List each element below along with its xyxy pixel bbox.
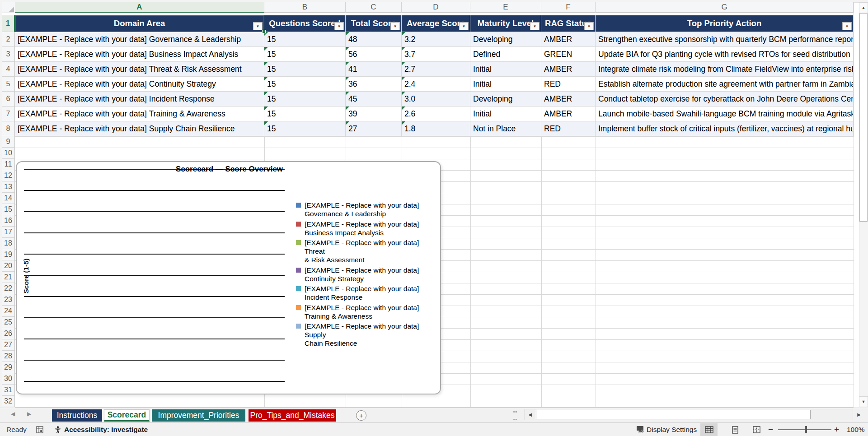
cell-F2[interactable]: AMBER [541,32,596,47]
cell-F6[interactable]: AMBER [541,92,596,107]
cell-C7[interactable]: 39 [346,107,402,121]
cell-G3[interactable]: Update BIA for Q3 planting cycle with re… [596,47,854,62]
cell-B7[interactable]: 15 [264,107,346,121]
header-cell-D1[interactable]: Average Score▼ [402,15,470,32]
cell-B5[interactable]: 15 [264,77,346,92]
fill-handle[interactable] [262,30,266,33]
row-header-25[interactable]: 25 [2,317,15,328]
filter-dropdown-icon[interactable]: ▼ [842,22,852,30]
vertical-scrollbar-thumb[interactable] [859,13,868,222]
header-cell-E1[interactable]: Maturity Level▼ [470,15,541,32]
tab-instructions[interactable]: Instructions [52,409,102,422]
cell-A6[interactable]: [EXAMPLE - Replace with your data] Incid… [15,92,264,107]
cell-F5[interactable]: RED [541,77,596,92]
cell-D5[interactable]: 2.4 [402,77,470,92]
zoom-level[interactable]: 100% [847,423,865,436]
row-header-15[interactable]: 15 [2,204,15,215]
cell-F8[interactable]: RED [541,121,596,136]
filter-dropdown-icon[interactable]: ▼ [390,22,400,30]
row-header-27[interactable]: 27 [2,339,15,351]
cell-F7[interactable]: AMBER [541,107,596,121]
row-header-19[interactable]: 19 [2,249,15,260]
cell-E6[interactable]: Developing [470,92,541,107]
column-header-B[interactable]: B [264,2,346,13]
cell-C8[interactable]: 27 [346,121,402,136]
scroll-down-icon[interactable]: ▼ [859,396,868,407]
cell-E2[interactable]: Developing [470,32,541,47]
cell-D3[interactable]: 3.7 [402,47,470,62]
tab-scroll-left-icon[interactable]: ◀ [11,411,15,417]
zoom-out-button[interactable]: − [768,423,773,436]
header-cell-B1[interactable]: Questions Scored▼ [264,15,346,32]
row-header-21[interactable]: 21 [2,272,15,283]
cell-C5[interactable]: 36 [346,77,402,92]
scroll-up-icon[interactable]: ▲ [859,2,868,13]
column-header-F[interactable]: F [541,2,596,13]
row-header-6[interactable]: 6 [2,92,15,107]
cell-E7[interactable]: Initial [470,107,541,121]
macro-record-icon[interactable] [36,423,43,436]
filter-dropdown-icon[interactable]: ▼ [334,22,344,30]
column-header-G[interactable]: G [596,2,854,13]
new-sheet-button[interactable]: + [356,410,366,421]
zoom-in-button[interactable]: + [834,423,839,436]
row-header-11[interactable]: 11 [2,159,15,170]
cell-D8[interactable]: 1.8 [402,121,470,136]
cell-C4[interactable]: 41 [346,62,402,77]
row-header-17[interactable]: 17 [2,227,15,238]
zoom-slider-thumb[interactable] [805,426,807,433]
header-cell-F1[interactable]: RAG Status▼ [541,15,596,32]
header-cell-G1[interactable]: Top Priority Action▼ [596,15,854,32]
cell-C6[interactable]: 45 [346,92,402,107]
row-header-20[interactable]: 20 [2,260,15,272]
cell-B3[interactable]: 15 [264,47,346,62]
filter-dropdown-icon[interactable]: ▼ [530,22,540,30]
accessibility-status[interactable]: Accessibility: Investigate [64,423,148,436]
row-header-5[interactable]: 5 [2,77,15,92]
row-header-26[interactable]: 26 [2,328,15,339]
row-header-16[interactable]: 16 [2,215,15,227]
select-all-corner[interactable] [2,2,15,13]
column-header-E[interactable]: E [470,2,541,13]
cell-D7[interactable]: 2.6 [402,107,470,121]
cell-G6[interactable]: Conduct tabletop exercise for cyberattac… [596,92,854,107]
row-header-8[interactable]: 8 [2,121,15,136]
row-header-32[interactable]: 32 [2,396,15,407]
normal-view-icon[interactable] [700,423,718,436]
column-header-C[interactable]: C [346,2,402,13]
row-header-12[interactable]: 12 [2,170,15,181]
header-cell-A1[interactable]: Domain Area▼ [15,15,264,32]
filter-dropdown-icon[interactable]: ▼ [459,22,469,30]
cell-F3[interactable]: GREEN [541,47,596,62]
cell-G4[interactable]: Integrate climate risk modeling from Cli… [596,62,854,77]
row-header-31[interactable]: 31 [2,385,15,396]
scrollbar-gripper[interactable] [513,411,517,420]
cell-F4[interactable]: AMBER [541,62,596,77]
row-header-22[interactable]: 22 [2,283,15,294]
tab-pro_tips_and_mistakes[interactable]: Pro_Tips_and_Mistakes [249,409,336,422]
cell-C3[interactable]: 56 [346,47,402,62]
column-header-A[interactable]: A [15,2,264,13]
cell-G7[interactable]: Launch mobile-based Swahili-language BCM… [596,107,854,121]
cell-A3[interactable]: [EXAMPLE - Replace with your data] Busin… [15,47,264,62]
cell-A5[interactable]: [EXAMPLE - Replace with your data] Conti… [15,77,264,92]
cell-E3[interactable]: Defined [470,47,541,62]
row-header-7[interactable]: 7 [2,107,15,121]
row-header-29[interactable]: 29 [2,362,15,373]
page-layout-view-icon[interactable] [727,423,744,436]
row-header-13[interactable]: 13 [2,181,15,193]
cell-B4[interactable]: 15 [264,62,346,77]
cell-E8[interactable]: Not in Place [470,121,541,136]
cell-D2[interactable]: 3.2 [402,32,470,47]
row-header-9[interactable]: 9 [2,136,15,148]
cell-D4[interactable]: 2.7 [402,62,470,77]
cell-B2[interactable]: 15 [264,32,346,47]
scroll-left-icon[interactable]: ◀ [525,410,535,419]
cell-G5[interactable]: Establish alternate production site agre… [596,77,854,92]
cell-A2[interactable]: [EXAMPLE - Replace with your data] Gover… [15,32,264,47]
cell-A7[interactable]: [EXAMPLE - Replace with your data] Train… [15,107,264,121]
cell-C2[interactable]: 48 [346,32,402,47]
cell-G2[interactable]: Strengthen executive sponsorship with qu… [596,32,854,47]
horizontal-scrollbar-thumb[interactable] [536,410,811,419]
tab-improvement_priorities[interactable]: Improvement_Priorities [152,409,245,422]
